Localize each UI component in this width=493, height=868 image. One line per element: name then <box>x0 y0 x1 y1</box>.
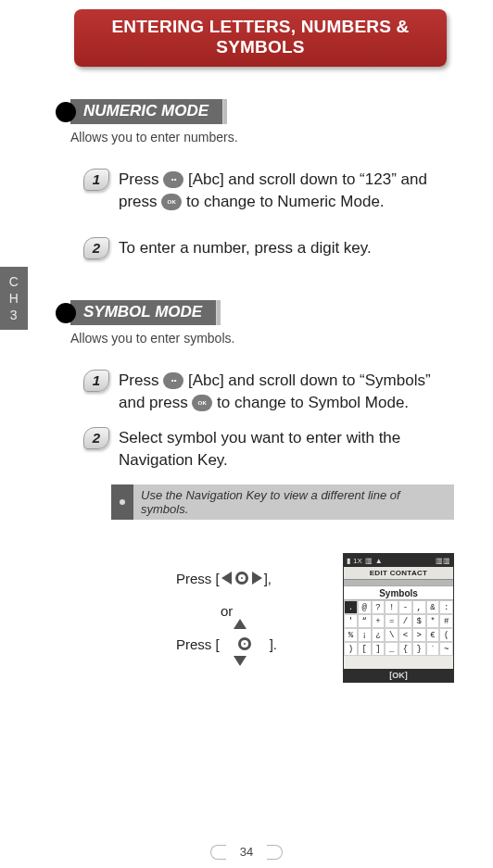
symbol-cell: € <box>426 628 440 642</box>
symbol-cell: ' <box>344 614 358 628</box>
symbol-cell: \ <box>385 628 398 642</box>
symbol-cell: ) <box>344 642 358 656</box>
section-symbol-title: SYMBOL MODE <box>70 300 221 325</box>
arrow-right-icon <box>252 572 262 585</box>
bullet-icon <box>56 102 76 122</box>
phone-title-bar: EDIT CONTACT <box>344 567 453 580</box>
symbol-cell: ( <box>439 628 453 642</box>
symbol-cell: @ <box>358 600 372 614</box>
arrow-left-icon <box>221 572 232 585</box>
step-number-badge: 2 <box>83 237 109 259</box>
arrow-down-icon <box>234 656 246 666</box>
symbol-step-1: 1 Press [Abc] and scroll down to “Symbol… <box>83 370 447 414</box>
phone-softkey-ok: [OK] <box>344 669 453 682</box>
chapter-tab: C H 3 <box>0 267 28 330</box>
bullet-icon <box>56 303 76 323</box>
navigation-key-diagram: Press [ ], or Press [ ]. ▮ 1 <box>0 564 454 703</box>
tip-text: Use the Navigation Key to view a differe… <box>133 484 454 520</box>
symbol-step-2: 2 Select symbol you want to enter with t… <box>83 427 447 472</box>
symbol-cell: * <box>426 614 440 628</box>
arrow-up-icon <box>234 619 246 629</box>
tip-bullet-icon <box>111 484 133 520</box>
page-header: ENTERING LETTERS, NUMBERS & SYMBOLS <box>74 9 447 67</box>
symbol-cell: - <box>398 600 412 614</box>
symbol-cell: $ <box>412 614 426 628</box>
symbol-cell: . <box>344 600 358 614</box>
symbol-cell: & <box>426 600 440 614</box>
symbol-cell: = <box>385 614 398 628</box>
section-symbol-head: SYMBOL MODE <box>56 300 493 325</box>
or-label: or <box>221 603 277 619</box>
section-numeric-head: NUMERIC MODE <box>56 99 493 124</box>
battery-icon: ▥▥ <box>436 557 450 565</box>
audio-icon: ▲ <box>375 557 383 565</box>
symbol-cell: # <box>439 614 453 628</box>
section-numeric-title: NUMERIC MODE <box>70 99 227 124</box>
symbol-cell: [ <box>358 642 372 656</box>
symbol-cell: { <box>398 642 412 656</box>
symbol-cell: ? <box>372 600 386 614</box>
data-icon: ▥ <box>365 557 373 565</box>
ok-key-icon: OK <box>161 194 182 210</box>
symbol-cell: ` <box>426 642 440 656</box>
page-title: ENTERING LETTERS, NUMBERS & SYMBOLS <box>111 17 409 57</box>
soft-key-icon <box>163 171 183 188</box>
symbol-cell: : <box>439 600 453 614</box>
step-number-badge: 2 <box>83 427 109 449</box>
symbol-cell: , <box>412 600 426 614</box>
symbol-cell: “ <box>358 614 372 628</box>
symbol-cell: / <box>398 614 412 628</box>
symbol-cell: ¡ <box>358 628 372 642</box>
signal-icon: ▮ <box>347 557 350 565</box>
press-horizontal: Press [ ], <box>176 568 277 588</box>
symbol-cell: ] <box>372 642 386 656</box>
tip-bar: Use the Navigation Key to view a differe… <box>111 484 454 520</box>
phone-screen-title: Symbols <box>344 585 453 600</box>
symbol-cell: ¿ <box>372 628 386 642</box>
section-symbol-subtitle: Allows you to enter symbols. <box>70 331 493 346</box>
ok-key-icon: OK <box>192 395 212 411</box>
numeric-step-2: 2 To enter a number, press a digit key. <box>83 237 447 259</box>
symbol-cell: > <box>412 628 426 642</box>
symbol-cell: ! <box>385 600 398 614</box>
symbol-cell: % <box>344 628 358 642</box>
symbol-cell: } <box>412 642 426 656</box>
section-numeric-subtitle: Allows you to enter numbers. <box>70 130 493 145</box>
symbol-cell: ~ <box>439 642 453 656</box>
numeric-step-1: 1 Press [Abc] and scroll down to “123” a… <box>83 169 447 213</box>
symbol-cell: _ <box>385 642 398 656</box>
press-vertical: Press [ ]. <box>176 634 277 654</box>
page-number: 34 <box>226 842 267 862</box>
nav-ring-icon <box>235 572 248 585</box>
phone-screenshot: ▮ 1X ▥ ▲ ▥▥ EDIT CONTACT Symbols .@?!-,&… <box>343 553 454 683</box>
symbol-cell: + <box>372 614 386 628</box>
soft-key-icon <box>163 372 183 389</box>
symbol-cell: < <box>398 628 412 642</box>
phone-symbol-grid: .@?!-,&:'“+=/$*#%¡¿\<>€()[]_{}`~ <box>344 600 453 656</box>
step-number-badge: 1 <box>83 169 109 191</box>
phone-status-bar: ▮ 1X ▥ ▲ ▥▥ <box>344 554 453 567</box>
step-number-badge: 1 <box>83 370 109 392</box>
nav-ring-icon <box>238 637 251 650</box>
